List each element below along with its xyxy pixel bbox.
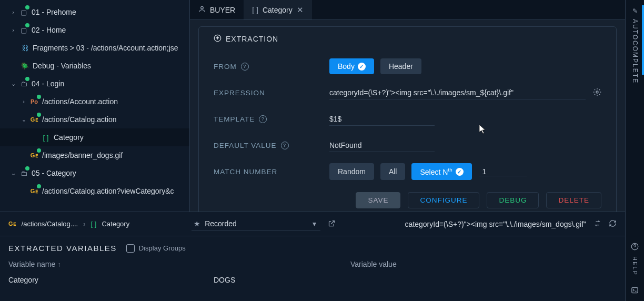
- tree-item-04-login[interactable]: ⌄ 🗀 04 - Login: [0, 75, 189, 93]
- debug-button[interactable]: DEBUG: [487, 192, 539, 208]
- extraction-header: EXTRACTION: [214, 27, 601, 53]
- tree-item-banner-dogs[interactable]: Gᴇ /images/banner_dogs.gif: [0, 146, 189, 164]
- row-default: DEFAULT VALUE ?: [214, 132, 601, 158]
- external-link-icon[interactable]: [328, 219, 336, 229]
- ge-icon: Gᴇ: [29, 116, 39, 123]
- configure-button[interactable]: CONFIGURE: [408, 192, 479, 208]
- chevron-down-icon: ▾: [313, 219, 316, 228]
- crumb-path[interactable]: /actions/Catalog....: [22, 220, 78, 228]
- status-dot: [37, 95, 41, 99]
- tab-category[interactable]: [ ] Category ✕: [244, 0, 311, 19]
- template-input[interactable]: [329, 113, 435, 126]
- tree-item-debug-vars[interactable]: 🪲 Debug - Variables: [0, 57, 189, 75]
- swap-icon[interactable]: [593, 219, 601, 229]
- tab-buyer[interactable]: BUYER: [190, 0, 244, 19]
- po-icon: Po: [29, 98, 39, 105]
- wand-icon: ✎: [631, 7, 639, 16]
- chevron-down-icon: ⌄: [9, 170, 17, 177]
- brackets-icon: [ ]: [91, 220, 97, 228]
- label-default: DEFAULT VALUE ?: [214, 142, 319, 149]
- rail-label: HELP: [632, 256, 638, 276]
- col-variable-value[interactable]: Variable value: [350, 260, 397, 268]
- tree-item-catalog-viewcategory[interactable]: Gᴇ /actions/Catalog.action?viewCategory&…: [0, 182, 189, 200]
- tree-label: /actions/Account.action: [42, 97, 118, 106]
- expression-input[interactable]: [329, 86, 586, 99]
- tree-item-05-category[interactable]: ⌄ 🗀 05 - Category: [0, 164, 189, 182]
- match-nth-button[interactable]: Select Nth ✓: [411, 163, 471, 180]
- bottom-header: Gᴇ /actions/Catalog.... › [ ] Category ★…: [0, 212, 625, 236]
- tree-item-account-action[interactable]: › Po /actions/Account.action: [0, 93, 189, 111]
- tree-label: /images/banner_dogs.gif: [42, 151, 123, 159]
- tree-item-category[interactable]: [ ] Category: [0, 128, 189, 146]
- extracted-vars-title: EXTRACTED VARIABLES: [8, 244, 117, 253]
- checkbox-icon: [126, 244, 135, 253]
- from-body-button[interactable]: Body ✓: [329, 58, 374, 74]
- delete-button[interactable]: DELETE: [546, 192, 601, 208]
- status-dot: [25, 23, 29, 27]
- tree-item-01-prehome[interactable]: › ▢ 01 - Prehome: [0, 3, 189, 21]
- chevron-right-icon: ›: [9, 9, 17, 15]
- col-variable-name[interactable]: Variable name↑: [8, 260, 214, 268]
- crumb-cat[interactable]: Category: [102, 220, 129, 228]
- from-segment: Body ✓ Header: [329, 58, 421, 74]
- match-segment: Random All Select Nth ✓: [329, 163, 472, 180]
- tab-label: BUYER: [210, 6, 235, 14]
- bottom-body: EXTRACTED VARIABLES Display Groups Varia…: [0, 236, 625, 301]
- tree-item-catalog-action[interactable]: ⌄ Gᴇ /actions/Catalog.action: [0, 111, 189, 128]
- ge-icon: Gᴇ: [8, 220, 16, 227]
- default-value-input[interactable]: [329, 139, 435, 152]
- match-all-button[interactable]: All: [380, 163, 406, 180]
- tree-label: /actions/Catalog.action: [42, 115, 117, 124]
- tree-label: 01 - Prehome: [32, 8, 76, 16]
- save-button[interactable]: SAVE: [356, 192, 400, 208]
- display-groups-toggle[interactable]: Display Groups: [126, 244, 186, 253]
- autocomplete-toggle[interactable]: ✎ AUTOCOMPLETE: [631, 0, 639, 91]
- chevron-right-icon: ›: [20, 98, 27, 105]
- btn-label: Select Nth: [420, 167, 452, 176]
- table-row[interactable]: Category DOGS: [8, 276, 617, 284]
- tab-bar: BUYER [ ] Category ✕: [190, 0, 625, 20]
- help-icon[interactable]: ?: [259, 115, 267, 123]
- nth-input[interactable]: [479, 167, 527, 176]
- bug-icon: 🪲: [20, 62, 29, 70]
- row-template: TEMPLATE ?: [214, 106, 601, 132]
- tree-label: 02 - Home: [32, 26, 66, 34]
- tree-item-02-home[interactable]: › ▢ 02 - Home: [0, 21, 189, 39]
- btn-label: Header: [389, 62, 413, 71]
- chevron-down-icon: ⌄: [9, 81, 17, 87]
- recorded-select[interactable]: ★ Recorded ▾: [192, 217, 320, 230]
- terminal-icon[interactable]: [631, 286, 639, 296]
- rail-bottom: HELP: [631, 237, 639, 301]
- label-text: MATCH NUMBER: [214, 168, 277, 176]
- toggle-label: Display Groups: [139, 244, 186, 252]
- tab-label: Category: [263, 6, 293, 14]
- close-icon[interactable]: ✕: [297, 5, 304, 15]
- section-title: EXTRACTION: [226, 35, 278, 43]
- rail-accent: [642, 5, 644, 75]
- status-dot: [37, 113, 41, 117]
- tree-item-fragments[interactable]: ⛓ Fragments > 03 - /actions/Account.acti…: [0, 39, 189, 57]
- check-icon: ✓: [456, 168, 464, 176]
- select-label: Recorded: [205, 219, 237, 228]
- match-random-button[interactable]: Random: [329, 163, 374, 180]
- label-text: EXPRESSION: [214, 89, 265, 97]
- tree-label: /actions/Catalog.action?viewCategory&c: [42, 187, 174, 195]
- help-toggle[interactable]: HELP: [631, 243, 639, 276]
- bottom-panel: Gᴇ /actions/Catalog.... › [ ] Category ★…: [0, 212, 625, 301]
- row-expression: EXPRESSION: [214, 79, 601, 106]
- help-icon[interactable]: ?: [241, 63, 249, 71]
- user-icon: [198, 5, 206, 14]
- btn-label: All: [389, 167, 397, 176]
- tree-label: 05 - Category: [32, 169, 76, 177]
- gear-icon[interactable]: [593, 88, 601, 98]
- from-header-button[interactable]: Header: [380, 58, 421, 74]
- svg-rect-4: [632, 288, 638, 293]
- label-text: FROM: [214, 63, 237, 71]
- status-dot: [25, 5, 29, 9]
- table-header: Variable name↑ Variable value: [8, 260, 617, 268]
- refresh-icon[interactable]: [609, 219, 617, 229]
- right-rail: ✎ AUTOCOMPLETE HELP: [625, 0, 644, 301]
- label-template: TEMPLATE ?: [214, 115, 319, 123]
- help-icon[interactable]: ?: [281, 142, 289, 149]
- status-dot: [37, 148, 41, 153]
